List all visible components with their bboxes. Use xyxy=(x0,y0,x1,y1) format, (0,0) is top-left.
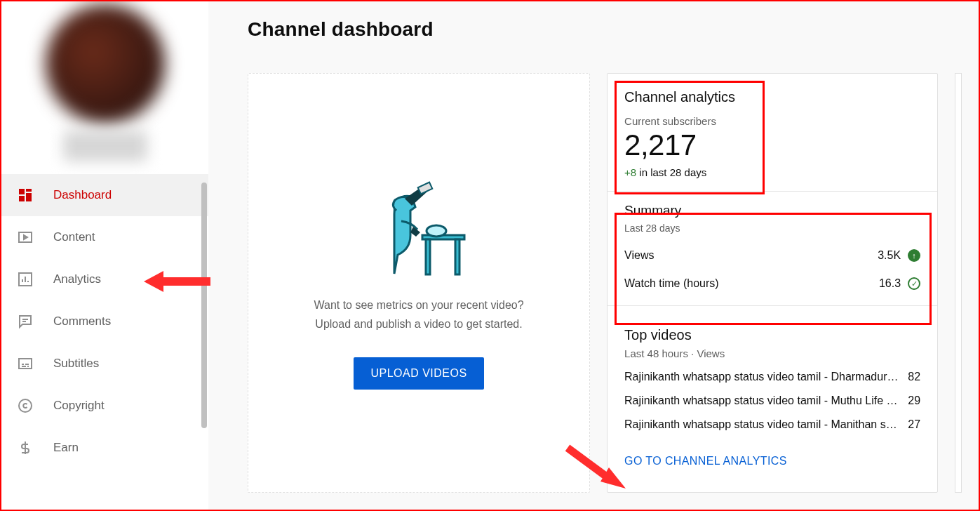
svg-rect-6 xyxy=(455,239,459,274)
sidebar-item-label: Subtitles xyxy=(53,357,99,371)
top-video-row[interactable]: Rajinikanth whatsapp status video tamil … xyxy=(624,394,920,407)
upload-videos-button[interactable]: UPLOAD VIDEOS xyxy=(354,357,483,390)
top-videos-section: Top videos Last 48 hours · Views Rajinik… xyxy=(624,327,920,431)
sidebar-item-label: Analytics xyxy=(53,272,101,286)
sidebar-item-copyright[interactable]: Copyright xyxy=(1,385,208,427)
top-videos-period: Last 48 hours · Views xyxy=(624,347,920,359)
video-views: 82 xyxy=(908,371,920,383)
channel-name-blurred xyxy=(63,131,147,161)
goto-channel-analytics-link[interactable]: GO TO CHANNEL ANALYTICS xyxy=(624,455,920,467)
analytics-heading: Channel analytics xyxy=(624,89,920,105)
trend-up-icon: ↑ xyxy=(908,249,920,262)
metric-label: Watch time (hours) xyxy=(624,277,719,290)
subscribers-delta: +8 in last 28 days xyxy=(624,166,920,178)
subscribers-label: Current subscribers xyxy=(624,115,920,127)
sidebar-item-label: Earn xyxy=(53,441,79,455)
subtitles-icon xyxy=(17,355,34,372)
metric-value: 3.5K xyxy=(878,249,901,262)
sidebar-item-dashboard[interactable]: Dashboard xyxy=(1,174,208,216)
next-card-peek xyxy=(955,73,962,493)
metric-label: Views xyxy=(624,249,654,262)
channel-analytics-card: Channel analytics Current subscribers 2,… xyxy=(607,73,938,493)
channel-avatar[interactable] xyxy=(46,4,165,124)
top-videos-heading: Top videos xyxy=(624,327,920,343)
video-title: Rajinikanth whatsapp status video tamil … xyxy=(624,371,899,383)
metric-value: 16.3 xyxy=(879,277,901,290)
main-content: Channel dashboard xyxy=(208,1,979,510)
sidebar-item-label: Content xyxy=(53,230,95,244)
metric-views[interactable]: Views 3.5K ↑ xyxy=(624,249,920,262)
upload-prompt: Want to see metrics on your recent video… xyxy=(314,296,523,333)
trend-flat-icon: ✓ xyxy=(908,277,920,290)
top-video-row[interactable]: Rajinikanth whatsapp status video tamil … xyxy=(624,371,920,383)
copyright-icon xyxy=(17,397,34,414)
sidebar-item-subtitles[interactable]: Subtitles xyxy=(1,343,208,385)
sidebar-item-label: Dashboard xyxy=(53,188,112,202)
divider xyxy=(608,305,937,306)
svg-rect-5 xyxy=(426,239,430,274)
sidebar-item-content[interactable]: Content xyxy=(1,216,208,258)
summary-heading: Summary xyxy=(624,203,920,218)
earn-icon xyxy=(17,439,34,456)
content-icon xyxy=(17,229,34,246)
sidebar-item-label: Comments xyxy=(53,314,111,328)
video-title: Rajinikanth whatsapp status video tamil … xyxy=(624,418,899,431)
sidebar-item-comments[interactable]: Comments xyxy=(1,300,208,343)
analytics-icon xyxy=(17,271,34,288)
summary-section: Summary Last 28 days Views 3.5K ↑ Watch … xyxy=(624,192,920,290)
svg-rect-8 xyxy=(418,182,433,194)
page-title: Channel dashboard xyxy=(248,18,962,41)
top-video-row[interactable]: Rajinikanth whatsapp status video tamil … xyxy=(624,418,920,431)
channel-header xyxy=(1,4,208,174)
sidebar-nav: Dashboard Content Analytics Comments xyxy=(1,174,208,469)
svg-point-3 xyxy=(19,399,32,412)
video-views: 27 xyxy=(908,418,920,431)
sidebar: Dashboard Content Analytics Comments xyxy=(1,1,208,510)
sidebar-scrollbar[interactable] xyxy=(201,182,207,428)
comments-icon xyxy=(17,313,34,330)
summary-period: Last 28 days xyxy=(624,223,920,234)
upload-illustration xyxy=(363,172,475,284)
subscribers-count: 2,217 xyxy=(624,128,920,162)
sidebar-item-earn[interactable]: Earn xyxy=(1,427,208,469)
video-views: 29 xyxy=(908,394,920,407)
upload-card: Want to see metrics on your recent video… xyxy=(248,73,590,493)
sidebar-item-analytics[interactable]: Analytics xyxy=(1,258,208,300)
svg-point-7 xyxy=(427,225,446,237)
metric-watch-time[interactable]: Watch time (hours) 16.3 ✓ xyxy=(624,277,920,290)
sidebar-item-label: Copyright xyxy=(53,399,105,413)
video-title: Rajinikanth whatsapp status video tamil … xyxy=(624,394,899,407)
dashboard-icon xyxy=(17,187,34,204)
